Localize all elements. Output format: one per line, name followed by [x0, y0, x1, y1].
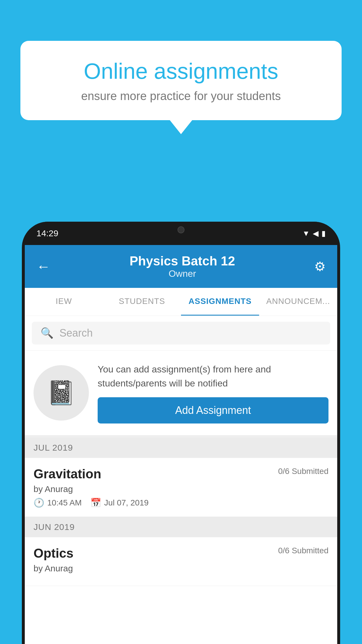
assignment-by-gravitation: by Anurag	[34, 484, 328, 494]
phone-mockup: 14:29 ▼ ◀ ▮ ← Physics Batch 12 Owner ⚙ I…	[22, 222, 340, 644]
month-header-jun: JUN 2019	[25, 517, 337, 537]
clock-icon: 🕐	[34, 498, 44, 508]
speech-bubble-subtitle: ensure more practice for your students	[41, 90, 321, 103]
wifi-icon: ▼	[302, 229, 310, 238]
assignment-submitted-optics: 0/6 Submitted	[278, 546, 328, 555]
search-placeholder: Search	[59, 327, 93, 339]
assignment-item-optics[interactable]: Optics 0/6 Submitted by Anurag	[25, 537, 337, 586]
battery-icon: ▮	[321, 229, 326, 238]
assignment-date-gravitation: 📅 Jul 07, 2019	[90, 498, 149, 508]
status-time: 14:29	[36, 228, 58, 238]
assignment-header-row: Gravitation 0/6 Submitted	[34, 467, 328, 481]
promo-content: You can add assignment(s) from here and …	[98, 362, 328, 424]
speech-bubble: Online assignments ensure more practice …	[20, 41, 342, 120]
phone-screen: ← Physics Batch 12 Owner ⚙ IEW STUDENTS …	[25, 245, 337, 644]
phone-notch	[155, 222, 207, 238]
tab-iew[interactable]: IEW	[25, 288, 103, 316]
app-header: ← Physics Batch 12 Owner ⚙	[25, 245, 337, 288]
speech-bubble-container: Online assignments ensure more practice …	[20, 41, 342, 120]
status-bar: 14:29 ▼ ◀ ▮	[22, 222, 340, 245]
assignment-time-gravitation: 🕐 10:45 AM	[34, 498, 82, 508]
add-assignment-button[interactable]: Add Assignment	[98, 397, 328, 424]
search-icon: 🔍	[41, 327, 54, 339]
tab-students[interactable]: STUDENTS	[103, 288, 181, 316]
signal-icon: ◀	[313, 229, 319, 238]
assignment-submitted-gravitation: 0/6 Submitted	[278, 467, 328, 476]
batch-subtitle: Owner	[130, 268, 235, 279]
notebook-icon: 📓	[47, 379, 76, 407]
search-container: 🔍 Search	[25, 316, 337, 351]
tab-assignments[interactable]: ASSIGNMENTS	[181, 288, 259, 316]
assignment-header-row-optics: Optics 0/6 Submitted	[34, 546, 328, 561]
tabs-container: IEW STUDENTS ASSIGNMENTS ANNOUNCEM...	[25, 288, 337, 316]
settings-button[interactable]: ⚙	[314, 259, 326, 274]
status-icons: ▼ ◀ ▮	[302, 229, 326, 238]
promo-text: You can add assignment(s) from here and …	[98, 362, 328, 390]
back-button[interactable]: ←	[36, 258, 50, 274]
assignment-meta-gravitation: 🕐 10:45 AM 📅 Jul 07, 2019	[34, 498, 328, 508]
tab-announcements[interactable]: ANNOUNCEM...	[259, 288, 337, 316]
promo-icon-circle: 📓	[34, 365, 89, 421]
assignment-item-gravitation[interactable]: Gravitation 0/6 Submitted by Anurag 🕐 10…	[25, 458, 337, 517]
speech-bubble-title: Online assignments	[41, 58, 321, 84]
batch-title: Physics Batch 12	[130, 254, 235, 268]
month-header-jul: JUL 2019	[25, 438, 337, 458]
calendar-icon: 📅	[90, 498, 101, 508]
assignment-by-optics: by Anurag	[34, 564, 328, 573]
assignment-title-gravitation: Gravitation	[34, 467, 101, 481]
search-bar[interactable]: 🔍 Search	[32, 322, 330, 344]
promo-section: 📓 You can add assignment(s) from here an…	[25, 351, 337, 438]
assignment-title-optics: Optics	[34, 546, 73, 561]
camera	[178, 226, 184, 233]
header-center: Physics Batch 12 Owner	[130, 254, 235, 279]
